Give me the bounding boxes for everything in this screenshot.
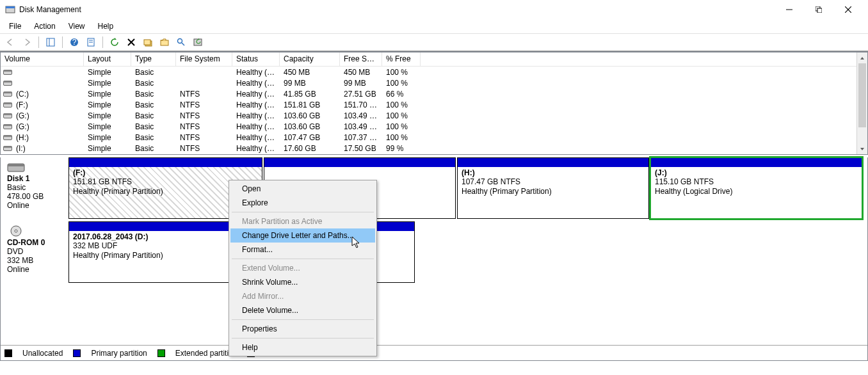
cell-layout: Simple [84,79,131,88]
volume-icon [1,134,12,141]
cell-type: Basic [131,133,176,142]
partition-label: (F:) [73,168,258,177]
disk-title: Disk 1 [7,174,63,183]
volume-row[interactable]: (J:)SimpleBasicNTFSHealthy (L...115.10 G… [1,154,856,154]
menu-file[interactable]: File [4,20,26,32]
cell-layout: Simple [84,122,131,131]
scroll-up-icon[interactable] [857,52,867,63]
svg-line-20 [182,43,184,45]
menubar: File Action View Help [0,19,868,33]
cell-free: 107.37 GB [340,133,382,142]
cell-free: 27.51 GB [340,90,382,99]
cell-free: 151.70 GB [340,100,382,109]
cell-layout: Simple [84,144,131,153]
close-button[interactable] [833,0,863,19]
volume-row[interactable]: (I:)SimpleBasicNTFSHealthy (P...17.60 GB… [1,143,856,154]
volume-scrollbar[interactable] [856,52,867,154]
cell-capacity: 103.60 GB [280,111,340,120]
disk-size: 332 MB [7,256,63,265]
svg-rect-17 [144,40,150,45]
rescan-button[interactable] [190,35,205,49]
menu-help[interactable]: Help [93,20,119,32]
search-button[interactable] [173,35,189,49]
col-type[interactable]: Type [131,52,176,66]
cell-capacity: 99 MB [280,79,340,88]
minimize-button[interactable] [775,0,804,19]
partition-j[interactable]: (J:) 115.10 GB NTFS Healthy (Logical Dri… [650,157,862,219]
disk-row-cdrom0: CD-ROM 0 DVD 332 MB Online 2017.06.28_20… [2,221,862,283]
disk-label-cdrom0[interactable]: CD-ROM 0 DVD 332 MB Online [2,221,66,283]
settings-button[interactable] [140,35,156,49]
menu-view[interactable]: View [63,20,90,32]
volume-row[interactable]: SimpleBasicHealthy (R...450 MB450 MB100 … [1,67,856,77]
refresh-button[interactable] [107,35,122,49]
cell-fs: NTFS [176,144,232,153]
ctx-extend-volume: Extend Volume... [230,261,375,275]
window-title: Disk Management [19,5,775,14]
delete-button[interactable] [124,35,139,49]
col-free[interactable]: Free Spa... [340,52,382,66]
svg-rect-33 [4,125,12,127]
volume-row[interactable]: (G:)SimpleBasicNTFSHealthy (P...103.60 G… [1,121,856,132]
ctx-add-mirror: Add Mirror... [230,289,375,303]
cursor-icon [351,236,362,251]
cell-layout: Simple [84,100,131,109]
volume-row[interactable]: SimpleBasicHealthy (E...99 MB99 MB100 % [1,77,856,88]
cell-pct: 100 % [382,122,421,131]
col-capacity[interactable]: Capacity [280,52,340,66]
volume-list-header: Volume Layout Type File System Status Ca… [1,52,856,67]
cell-type: Basic [131,79,176,88]
disk-type: Basic [7,183,63,192]
disk-status: Online [7,265,63,274]
col-volume[interactable]: Volume [1,52,84,66]
cell-fs: NTFS [176,90,232,99]
scroll-down-icon[interactable] [857,143,867,154]
cell-free: 103.49 GB [340,111,382,120]
cell-layout: Simple [84,111,131,120]
cell-free: 99 MB [340,79,382,88]
volume-row[interactable]: (C:)SimpleBasicNTFSHealthy (B...41.85 GB… [1,88,856,99]
open-button[interactable] [157,35,172,49]
cell-layout: Simple [84,68,131,77]
cell-free: 17.50 GB [340,144,382,153]
cell-type: Basic [131,122,176,131]
ctx-help[interactable]: Help [230,340,375,355]
partition-h[interactable]: (H:) 107.47 GB NTFS Healthy (Primary Par… [457,157,649,219]
volume-list: Volume Layout Type File System Status Ca… [0,51,868,155]
col-filesystem[interactable]: File System [176,52,232,66]
disk-label-disk1[interactable]: Disk 1 Basic 478.00 GB Online [2,157,66,219]
help-button[interactable]: ? [67,35,82,49]
ctx-separator [232,338,374,339]
volume-row[interactable]: (G:)SimpleBasicNTFSHealthy (P...103.60 G… [1,110,856,121]
col-layout[interactable]: Layout [84,52,131,66]
partition-size: 107.47 GB NTFS [462,177,645,187]
ctx-open[interactable]: Open [230,182,375,196]
ctx-properties[interactable]: Properties [230,322,375,336]
col-status[interactable]: Status [232,52,280,66]
cell-type: Basic [131,144,176,153]
cell-type: Basic [131,90,176,99]
ctx-delete-volume[interactable]: Delete Volume... [230,303,375,317]
volume-row[interactable]: (H:)SimpleBasicNTFSHealthy (P...107.47 G… [1,132,856,143]
forward-button[interactable] [19,35,35,49]
maximize-button[interactable] [804,0,833,19]
col-pctfree[interactable]: % Free [382,52,421,66]
legend-unallocated-swatch [4,349,12,357]
partition-status: Healthy (Logical Drive) [655,187,858,196]
cell-capacity: 41.85 GB [280,90,340,99]
scroll-thumb[interactable] [858,63,866,127]
volume-row[interactable]: (F:)SimpleBasicNTFSHealthy (P...151.81 G… [1,99,856,110]
svg-rect-7 [47,38,54,46]
back-button[interactable] [3,35,18,49]
properties-button[interactable] [83,35,99,49]
cell-pct: 100 % [382,100,421,109]
cell-capacity: 17.60 GB [280,144,340,153]
svg-rect-27 [4,92,12,94]
menu-action[interactable]: Action [29,20,60,32]
ctx-shrink-volume[interactable]: Shrink Volume... [230,275,375,289]
cell-volume: (C:) [12,90,84,99]
show-hide-tree-button[interactable] [43,35,58,49]
volume-icon [1,79,12,86]
partition-label: (J:) [655,168,858,177]
ctx-explore[interactable]: Explore [230,196,375,210]
